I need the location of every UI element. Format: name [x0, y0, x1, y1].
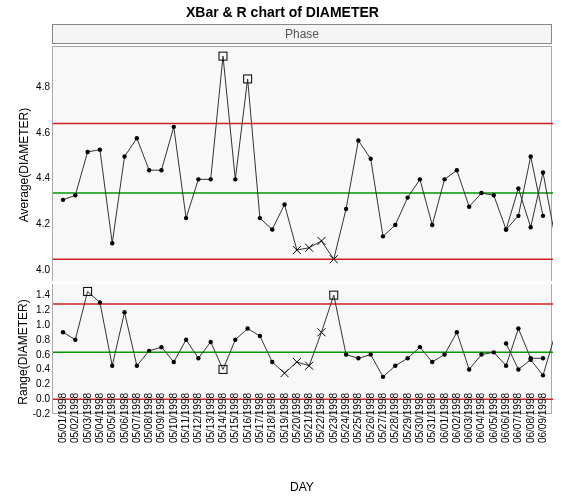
x-tick: 05/27/1998: [377, 393, 388, 443]
svg-point-36: [356, 138, 360, 142]
svg-point-41: [418, 177, 422, 181]
x-tick: 05/28/1998: [389, 393, 400, 443]
svg-point-13: [122, 154, 126, 158]
x-tick: 06/09/1998: [537, 393, 548, 443]
svg-point-70: [184, 338, 188, 342]
svg-point-14: [135, 136, 139, 140]
x-tick: 05/04/1998: [93, 393, 104, 443]
x-tick: 05/15/1998: [229, 393, 240, 443]
x-tick: 06/04/1998: [475, 393, 486, 443]
svg-point-100: [504, 364, 508, 368]
y-ticks-range: -0.20.00.20.40.60.81.01.21.4: [20, 284, 50, 414]
y-tick: 0.0: [22, 394, 50, 404]
svg-point-98: [479, 352, 483, 356]
x-tick: 06/02/1998: [450, 393, 461, 443]
x-tick: 05/30/1998: [413, 393, 424, 443]
x-tick: 05/18/1998: [266, 393, 277, 443]
x-tick: 05/07/1998: [130, 393, 141, 443]
svg-point-6: [541, 170, 545, 174]
svg-point-88: [356, 356, 360, 360]
svg-point-99: [492, 350, 496, 354]
x-tick: 06/05/1998: [487, 393, 498, 443]
y-tick: -0.2: [22, 409, 50, 419]
svg-point-71: [196, 356, 200, 360]
x-tick: 05/20/1998: [290, 393, 301, 443]
svg-point-60: [61, 330, 65, 334]
x-tick: 05/17/1998: [253, 393, 264, 443]
x-tick: 05/31/1998: [426, 393, 437, 443]
svg-point-9: [73, 193, 77, 197]
x-tick: 05/01/1998: [57, 393, 68, 443]
x-tick: 05/03/1998: [81, 393, 92, 443]
y-ticks-xbar: 4.04.24.44.64.8: [20, 46, 50, 281]
x-tick: 05/09/1998: [155, 393, 166, 443]
svg-point-95: [442, 352, 446, 356]
svg-point-90: [381, 375, 385, 379]
x-tick: 05/08/1998: [143, 393, 154, 443]
x-tick: 05/13/1998: [204, 393, 215, 443]
y-tick: 0.4: [22, 364, 50, 374]
svg-point-87: [344, 352, 348, 356]
svg-point-22: [233, 177, 237, 181]
svg-point-11: [98, 147, 102, 151]
svg-point-15: [147, 168, 151, 172]
x-tick: 05/02/1998: [69, 393, 80, 443]
svg-point-49: [516, 214, 520, 218]
phase-header: Phase: [52, 24, 552, 44]
x-tick: 05/25/1998: [352, 393, 363, 443]
x-tick: 05/26/1998: [364, 393, 375, 443]
svg-point-8: [61, 198, 65, 202]
svg-point-55: [504, 341, 508, 345]
svg-point-89: [368, 352, 372, 356]
svg-point-75: [245, 326, 249, 330]
svg-point-66: [135, 364, 139, 368]
svg-point-76: [258, 334, 262, 338]
svg-point-39: [393, 223, 397, 227]
svg-point-24: [258, 216, 262, 220]
svg-point-74: [233, 338, 237, 342]
svg-point-69: [172, 360, 176, 364]
y-tick: 1.2: [22, 305, 50, 315]
x-tick: 06/01/1998: [438, 393, 449, 443]
x-tick: 05/16/1998: [241, 393, 252, 443]
svg-point-102: [528, 356, 532, 360]
svg-point-61: [73, 338, 77, 342]
svg-point-12: [110, 241, 114, 245]
x-tick: 05/24/1998: [340, 393, 351, 443]
x-tick: 05/05/1998: [106, 393, 117, 443]
svg-point-46: [479, 191, 483, 195]
x-tick: 05/21/1998: [303, 393, 314, 443]
svg-point-44: [455, 168, 459, 172]
svg-point-58: [541, 373, 545, 377]
svg-point-35: [344, 207, 348, 211]
svg-point-18: [184, 216, 188, 220]
y-tick: 4.8: [22, 82, 50, 92]
control-chart: XBar & R chart of DIAMETER Phase Average…: [0, 0, 565, 500]
svg-point-43: [442, 177, 446, 181]
svg-point-17: [172, 125, 176, 129]
svg-point-65: [122, 310, 126, 314]
svg-point-40: [405, 195, 409, 199]
svg-point-25: [270, 227, 274, 231]
svg-point-16: [159, 168, 163, 172]
x-axis-label: DAY: [52, 480, 552, 494]
svg-point-94: [430, 360, 434, 364]
svg-point-77: [270, 360, 274, 364]
svg-point-50: [528, 154, 532, 158]
svg-point-56: [516, 367, 520, 371]
svg-point-37: [368, 157, 372, 161]
x-tick: 05/29/1998: [401, 393, 412, 443]
svg-point-4: [516, 186, 520, 190]
svg-point-72: [208, 340, 212, 344]
y-tick: 0.2: [22, 379, 50, 389]
x-tick: 05/19/1998: [278, 393, 289, 443]
x-tick: 06/06/1998: [500, 393, 511, 443]
svg-point-42: [430, 223, 434, 227]
svg-point-5: [528, 225, 532, 229]
xbar-panel: [52, 46, 552, 281]
svg-point-19: [196, 177, 200, 181]
x-tick: 05/11/1998: [180, 393, 191, 443]
svg-point-45: [467, 205, 471, 209]
svg-point-103: [541, 356, 545, 360]
svg-point-20: [208, 177, 212, 181]
